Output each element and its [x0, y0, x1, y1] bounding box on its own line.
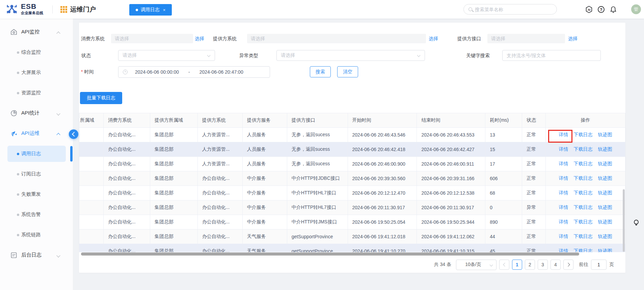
- search-button[interactable]: 搜索: [310, 66, 331, 77]
- table-row[interactable]: 办公自动化...集团总部人力资源管...人员服务无参，返回sucess2024-…: [79, 157, 625, 171]
- column-header-5: 提供方接口: [287, 113, 348, 127]
- cell-2: 集团总部: [150, 171, 198, 186]
- sidebar-item-system-alerts[interactable]: 系统告警: [0, 207, 73, 223]
- floating-lightbulb-icon[interactable]: [633, 219, 640, 226]
- vertical-scrollbar[interactable]: [623, 189, 625, 252]
- sidebar-item-api-statistics[interactable]: API统计: [0, 105, 73, 121]
- sidebar-item-failure-resend[interactable]: 失败重发: [0, 186, 73, 202]
- detail-link[interactable]: 详情: [559, 248, 568, 252]
- trace-map-link[interactable]: 轨迹图: [598, 248, 612, 252]
- table-row[interactable]: 办公自动化...集团总部办公自动化...天气服务getSupportProvin…: [79, 229, 625, 244]
- table-row[interactable]: 办公自动化...集团总部办公自动化...中介服务中介HTTP转HL7接口2024…: [79, 186, 625, 200]
- trace-map-link[interactable]: 轨迹图: [598, 190, 612, 196]
- detail-link[interactable]: 详情: [559, 204, 568, 211]
- help-icon[interactable]: ?: [597, 6, 605, 13]
- download-log-link[interactable]: 下载日志: [574, 219, 593, 225]
- menu-search-input[interactable]: [475, 7, 542, 12]
- download-log-link[interactable]: 下载日志: [574, 161, 593, 167]
- page-size-select[interactable]: 10条/页: [456, 260, 497, 270]
- sidebar-item-backend-logs[interactable]: 后台日志: [0, 247, 73, 263]
- logo-subtitle: 企业服务总线: [21, 10, 43, 16]
- provider-interface-select-link[interactable]: 选择: [568, 36, 578, 42]
- sidebar-item-system-links[interactable]: 系统链路: [0, 227, 73, 243]
- status-label: 状态: [81, 53, 91, 59]
- table-row[interactable]: 办公自动化...集团总部人力资源管...人员服务无参，返回sucess2024-…: [79, 128, 625, 142]
- tab-close-icon[interactable]: ×: [163, 7, 166, 13]
- cell-7: 2024-06-06 19:41:12.062: [417, 229, 485, 244]
- table-row[interactable]: 办公自动化...集团总部人力资源管...人员服务无参，返回sucess2024-…: [79, 142, 625, 157]
- download-log-link[interactable]: 下载日志: [574, 146, 593, 152]
- time-range-picker[interactable]: 2024-06-06 00:00:00 - 2024-06-06 20:47:0…: [118, 66, 270, 78]
- detail-link[interactable]: 详情: [559, 175, 568, 182]
- next-page-button[interactable]: [563, 260, 573, 270]
- backend-logs-icon: [10, 251, 18, 259]
- cell-3: 办公自动化...: [198, 200, 243, 215]
- page-button-3[interactable]: 3: [538, 260, 548, 270]
- column-header-4: 提供方服务: [243, 113, 287, 127]
- sidebar-item-resource-monitoring[interactable]: 资源监控: [0, 85, 73, 101]
- cell-4: 中介服务: [243, 171, 287, 186]
- consumer-system-input[interactable]: [111, 36, 193, 41]
- cell-5: 中介HTTP转HL7接口: [287, 200, 348, 215]
- horizontal-scrollbar[interactable]: [81, 252, 579, 256]
- provider-system-select-link[interactable]: 选择: [429, 36, 438, 42]
- trace-map-link[interactable]: 轨迹图: [598, 175, 612, 182]
- provider-system-input[interactable]: [247, 36, 426, 41]
- sidebar-item-api-monitoring[interactable]: API监控: [0, 24, 73, 40]
- cell-1: 办公自动化...: [104, 200, 150, 215]
- provider-interface-input[interactable]: [487, 36, 565, 41]
- trace-map-link[interactable]: 轨迹图: [598, 161, 612, 167]
- sidebar-item-call-logs[interactable]: 调用日志: [0, 146, 73, 162]
- sidebar-item-subscription-logs[interactable]: 订阅日志: [0, 166, 73, 182]
- download-log-link[interactable]: 下载日志: [574, 190, 593, 196]
- time-start-value: 2024-06-06 00:00:00: [135, 69, 179, 75]
- page-button-1[interactable]: 1: [512, 260, 522, 270]
- cell-1: 办公自动化...: [104, 157, 150, 171]
- detail-link[interactable]: 详情: [559, 161, 568, 167]
- trace-map-link[interactable]: 轨迹图: [598, 234, 612, 240]
- sidebar-collapse-toggle[interactable]: [69, 129, 78, 139]
- exception-type-select[interactable]: 请选择: [276, 50, 425, 61]
- status-select[interactable]: 请选择: [118, 50, 215, 61]
- trace-map-link[interactable]: 轨迹图: [598, 204, 612, 211]
- sidebar-item-api-operations[interactable]: API运维: [0, 125, 73, 142]
- detail-link[interactable]: 详情: [559, 190, 568, 196]
- cell-8: 68: [485, 186, 522, 200]
- table-row[interactable]: 办公自动化...集团总部办公自动化...中介服务中介HTTP转HL7接口2024…: [79, 200, 625, 215]
- exception-type-label: 异常类型: [239, 53, 258, 59]
- download-log-link[interactable]: 下载日志: [574, 234, 593, 240]
- detail-link[interactable]: 详情: [559, 146, 568, 152]
- trace-map-link[interactable]: 轨迹图: [598, 146, 612, 152]
- download-log-link[interactable]: 下载日志: [574, 204, 593, 211]
- download-log-link[interactable]: 下载日志: [574, 248, 593, 252]
- notifications-bell-icon[interactable]: [610, 6, 617, 13]
- clear-button[interactable]: 清空: [337, 66, 358, 77]
- sidebar-item-comprehensive-monitoring[interactable]: 综合监控: [0, 44, 73, 61]
- page-button-2[interactable]: 2: [525, 260, 535, 270]
- trace-map-link[interactable]: 轨迹图: [598, 219, 612, 225]
- download-log-link[interactable]: 下载日志: [574, 175, 593, 182]
- goto-page-input[interactable]: [591, 260, 607, 270]
- tab-call-logs[interactable]: 调用日志 ×: [129, 4, 172, 16]
- table-row[interactable]: 办公自动化...集团总部办公自动化...中介服务中介HTTP转JMS接口2024…: [79, 215, 625, 229]
- keyword-search-label: 关键字搜索: [466, 53, 490, 59]
- download-log-link[interactable]: 下载日志: [574, 132, 593, 138]
- sidebar-item-big-screen-display[interactable]: 大屏展示: [0, 65, 73, 81]
- keyword-input[interactable]: [503, 50, 600, 61]
- cell-3: 办公自动化...: [198, 186, 243, 200]
- cell-7: 2024-06-06 19:50:25.944: [417, 215, 485, 229]
- detail-link[interactable]: 详情: [559, 234, 568, 240]
- user-avatar[interactable]: 管: [631, 4, 641, 14]
- table-row[interactable]: 办公自动化...集团总部办公自动化...天气服务getSupportProvin…: [79, 244, 625, 252]
- ai-assistant-icon[interactable]: AI: [585, 6, 593, 13]
- detail-link[interactable]: 详情: [559, 219, 568, 225]
- batch-download-button[interactable]: 批量下载日志: [80, 92, 122, 104]
- trace-map-link[interactable]: 轨迹图: [598, 132, 612, 138]
- provider-system-label: 提供方系统: [213, 36, 237, 42]
- consumer-system-select-link[interactable]: 选择: [195, 36, 204, 42]
- sidebar-item-label: 订阅日志: [21, 171, 41, 177]
- prev-page-button[interactable]: [499, 260, 509, 270]
- page-button-4[interactable]: 4: [551, 260, 561, 270]
- table-row[interactable]: 办公自动化...集团总部办公自动化...中介服务中介HTTP转JDBC接口202…: [79, 171, 625, 186]
- logo-title: ESB: [21, 3, 43, 10]
